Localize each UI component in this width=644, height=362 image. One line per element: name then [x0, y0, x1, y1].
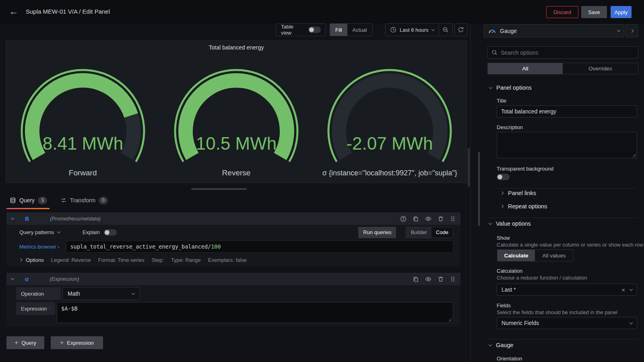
expression-refid: σ: [25, 276, 29, 282]
calculate-option[interactable]: Calculate: [497, 250, 535, 261]
time-range-picker[interactable]: Last 6 hours: [386, 24, 439, 36]
divider: [487, 339, 638, 339]
chevron-right-icon: [500, 191, 504, 195]
table-view-label: Table view: [281, 24, 304, 36]
divider: [487, 218, 638, 218]
metrics-browser-link[interactable]: Metrics browser ›: [19, 244, 60, 250]
duplicate-icon[interactable]: [413, 276, 419, 282]
fill-actual-group: Fill Actual: [330, 23, 373, 36]
search-options-input[interactable]: [501, 49, 634, 56]
tab-all[interactable]: All: [488, 63, 563, 74]
gauge-reverse: 10.5 MWh Reverse: [159, 51, 313, 178]
fields-label: Fields: [497, 302, 511, 309]
chevron-down-icon: [489, 85, 492, 88]
chevron-down-icon: [489, 343, 492, 346]
actual-option[interactable]: Actual: [347, 24, 372, 36]
search-icon: [491, 49, 497, 56]
zoom-out-button[interactable]: [439, 24, 452, 36]
tab-transform[interactable]: Transform 0: [60, 194, 108, 207]
save-button[interactable]: Save: [581, 6, 607, 18]
panel-title-input[interactable]: [497, 105, 637, 117]
code-option[interactable]: Code: [431, 227, 453, 238]
builder-option[interactable]: Builder: [406, 227, 431, 238]
gauge-viz-icon: [488, 28, 496, 34]
top-header: ← Supla MEW-01 V/A / Edit Panel Discard …: [0, 0, 644, 24]
refresh-icon: [458, 27, 464, 33]
repeat-options-section[interactable]: Repeat options: [501, 203, 547, 210]
table-view-toggle[interactable]: [308, 27, 321, 33]
help-icon[interactable]: [400, 216, 407, 222]
refresh-button[interactable]: [454, 23, 467, 36]
gauge-section-header[interactable]: Gauge: [489, 342, 514, 348]
duplicate-icon[interactable]: [413, 216, 419, 222]
options-expander[interactable]: Options: [19, 257, 44, 263]
run-queries-button[interactable]: Run queries: [358, 227, 396, 238]
discard-button[interactable]: Discard: [546, 6, 578, 18]
expression-input[interactable]: $A-$B: [57, 302, 453, 323]
panel-links-section[interactable]: Panel links: [501, 190, 536, 196]
chevron-down-icon: [630, 287, 633, 290]
trash-icon[interactable]: [438, 276, 444, 282]
fields-description: Select the fields that should be include…: [497, 309, 617, 315]
plus-icon: +: [60, 339, 64, 346]
expression-row-header[interactable]: σ (Expression): [6, 273, 460, 285]
query-patterns-dropdown[interactable]: Query patterns: [19, 229, 60, 235]
chevron-right-icon: [500, 205, 504, 208]
clear-icon[interactable]: ×: [621, 286, 625, 293]
collapse-chevron-icon[interactable]: [11, 216, 14, 220]
calculation-select[interactable]: Last * ×: [497, 284, 637, 296]
panel-resize-handle[interactable]: [191, 188, 247, 190]
expression-input-row: Expression $A-$B: [16, 302, 453, 323]
explain-toggle[interactable]: [104, 229, 117, 236]
query-options-row: Options Legend: Reverse Format: Time ser…: [6, 254, 460, 266]
explain-control: Explain: [83, 229, 117, 236]
promql-input[interactable]: supla_total_reverse_active_energy_balanc…: [66, 241, 453, 253]
query-refid: B: [25, 216, 29, 222]
operation-select[interactable]: Math: [62, 287, 140, 300]
main-scrollbar-thumb[interactable]: [468, 148, 470, 187]
orientation-label: Orientation: [497, 356, 522, 362]
expression-body: Operation Math Expression $A-$B: [6, 285, 460, 323]
query-row-b: B (Prometheus/netdata) Query patterns Ex…: [6, 212, 460, 266]
options-summary: Legend: Reverse Format: Time series Step…: [51, 257, 247, 263]
expression-label: Expression: [16, 302, 55, 315]
gauges-row: 8.41 MWh Forward 10.5 MWh Reverse -2.07 …: [6, 51, 466, 183]
tab-overrides[interactable]: Overrides: [563, 63, 638, 74]
all-values-option[interactable]: All values: [535, 250, 573, 261]
panel-options-header[interactable]: Panel options: [489, 84, 532, 91]
drag-handle-icon[interactable]: [450, 216, 456, 222]
sidebar-scrollbar-thumb[interactable]: [478, 152, 480, 226]
description-textarea[interactable]: [497, 132, 637, 158]
trash-icon[interactable]: [438, 216, 444, 222]
fill-option[interactable]: Fill: [330, 24, 347, 36]
value-options-header[interactable]: Value options: [489, 220, 531, 227]
chevron-down-icon: [630, 321, 633, 324]
gauge-label: Reverse: [222, 168, 251, 178]
eye-icon[interactable]: [425, 216, 431, 222]
query-row-b-header[interactable]: B (Prometheus/netdata): [6, 212, 460, 225]
visualization-picker[interactable]: Gauge: [484, 24, 624, 37]
gauge-arc-forward: 8.41 MWh: [14, 67, 151, 167]
chevron-right-icon: [630, 29, 634, 32]
collapse-chevron-icon[interactable]: [11, 277, 14, 280]
add-expression-button[interactable]: + Expression: [51, 336, 103, 349]
add-query-button[interactable]: + Query: [6, 336, 44, 349]
calculate-allvalues-switch: Calculate All values: [497, 249, 574, 261]
operation-row: Operation Math: [16, 287, 453, 300]
back-arrow-icon[interactable]: ←: [9, 6, 19, 17]
gauge-value: 8.41 MWh: [42, 134, 123, 153]
drag-handle-icon[interactable]: [450, 276, 456, 282]
info-icon: [49, 306, 50, 311]
fields-select[interactable]: Numeric Fields: [497, 317, 637, 329]
viz-name: Gauge: [500, 28, 517, 34]
gauge-panel: Total balanced energy 8.41 MWh Forward 1…: [6, 40, 467, 183]
gauge-label: Forward: [69, 168, 97, 178]
resize-grip-icon[interactable]: [632, 153, 636, 157]
collapse-pane-button[interactable]: [625, 24, 638, 37]
eye-icon[interactable]: [425, 276, 431, 282]
gauge-forward: 8.41 MWh Forward: [6, 51, 159, 178]
transparent-bg-toggle[interactable]: [497, 174, 510, 180]
tab-query[interactable]: Query 3: [10, 194, 47, 207]
apply-button[interactable]: Apply: [611, 6, 632, 18]
chevron-down-icon: [57, 230, 60, 233]
